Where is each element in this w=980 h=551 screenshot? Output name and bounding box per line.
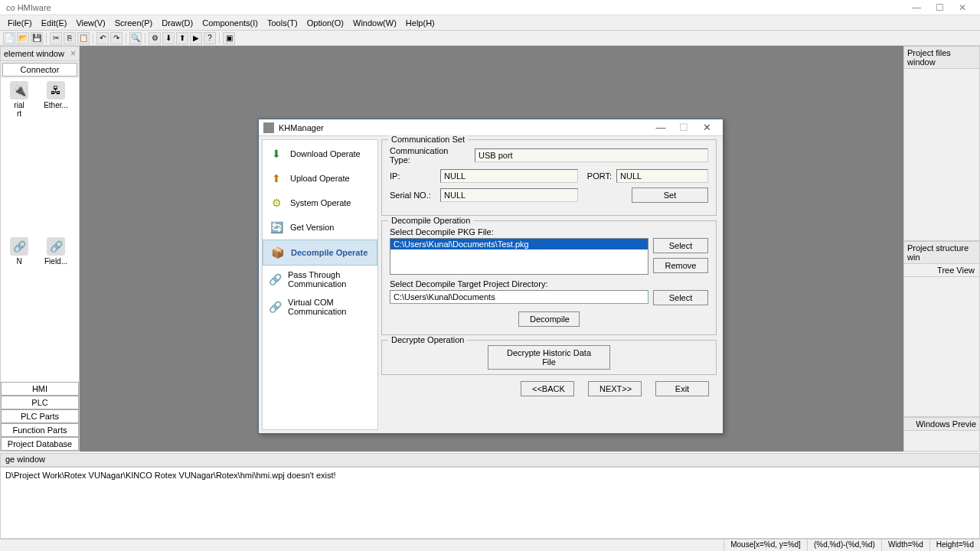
toolbar-cut-icon[interactable]: ✂ <box>50 32 62 44</box>
menu-option[interactable]: Option(O) <box>302 17 348 29</box>
decompile-button[interactable]: Decompile <box>518 311 580 327</box>
project-files-header: Project files window <box>904 47 979 69</box>
toolbar-upload-icon[interactable]: ⬆ <box>176 32 188 44</box>
menu-components[interactable]: Components(I) <box>198 17 263 29</box>
windows-preview-title: Windows Previe <box>916 419 976 429</box>
target-dir-label: Select Decompile Target Project Director… <box>390 279 708 289</box>
decompile-icon: 📦 <box>270 245 285 260</box>
toolbar-sim-icon[interactable]: ▶ <box>190 32 202 44</box>
toolbar-separator <box>219 33 220 44</box>
toolbar-help-icon[interactable]: ? <box>204 32 216 44</box>
next-button[interactable]: NEXT>> <box>588 381 642 396</box>
set-button[interactable]: Set <box>632 187 708 203</box>
nav-get-version[interactable]: 🔄 Get Version <box>263 215 377 240</box>
toolbar-extra-icon[interactable]: ▣ <box>223 32 235 44</box>
menu-draw[interactable]: Draw(D) <box>157 17 198 29</box>
toolbar-redo-icon[interactable]: ↷ <box>110 32 122 44</box>
panel-close-icon[interactable]: × <box>70 48 76 59</box>
serial-label: Serial NO.: <box>390 191 436 200</box>
nav-upload-operate[interactable]: ⬆ Upload Operate <box>263 166 377 191</box>
dialog-bottom-buttons: <<BACK NEXT>> Exit <box>381 380 717 396</box>
nav-pass-through[interactable]: 🔗 Pass Through Communication <box>263 266 377 293</box>
nav-upload-label: Upload Operate <box>290 174 350 183</box>
category-hmi[interactable]: HMI <box>1 382 79 396</box>
dialog-nav: ⬇ Download Operate ⬆ Upload Operate ⚙ Sy… <box>262 139 378 430</box>
toolbar-find-icon[interactable]: 🔍 <box>129 32 142 44</box>
project-structure-panel: Project structure win Tree View <box>903 241 980 417</box>
dialog-content: Communication Set Communication Type: US… <box>381 136 723 433</box>
toolbar-paste-icon[interactable]: 📋 <box>77 32 90 44</box>
dialog-titlebar[interactable]: KHManager — ☐ ✕ <box>259 119 723 136</box>
pkg-file-selected[interactable]: C:\Users\Kunal\Documents\Test.pkg <box>390 239 648 249</box>
minimize-button[interactable]: — <box>905 2 928 13</box>
decrypt-button[interactable]: Decrypte Historic Data File <box>488 345 610 370</box>
download-icon: ⬇ <box>269 146 284 161</box>
back-button[interactable]: <<BACK <box>521 381 574 396</box>
toolbar-undo-icon[interactable]: ↶ <box>96 32 109 44</box>
nav-decompile-operate[interactable]: 📦 Decompile Operate <box>263 240 377 266</box>
windows-preview-header: Windows Previe <box>904 418 979 431</box>
ip-value: NULL <box>440 169 578 183</box>
toolbar-save-icon[interactable]: 💾 <box>31 32 43 44</box>
connector-serial-label2: rt <box>4 109 34 118</box>
category-plcparts[interactable]: PLC Parts <box>1 409 79 423</box>
decompile-legend: Decompile Operation <box>388 216 473 225</box>
category-plc[interactable]: PLC <box>1 396 79 409</box>
menu-file[interactable]: File(F) <box>3 17 37 29</box>
nav-getver-label: Get Version <box>290 223 334 232</box>
toolbar-download-icon[interactable]: ⬇ <box>162 32 175 44</box>
windows-preview-panel: Windows Previe <box>903 417 980 452</box>
toolbar-separator <box>145 33 145 44</box>
connector-tab[interactable]: Connector <box>2 63 77 77</box>
category-funcparts[interactable]: Function Parts <box>1 423 79 437</box>
connector-n[interactable]: 🔗 N <box>4 237 34 379</box>
pkg-remove-button[interactable]: Remove <box>653 258 708 273</box>
dialog-close-button[interactable]: ✕ <box>695 122 718 133</box>
dir-select-button[interactable]: Select <box>653 290 708 305</box>
connector-field[interactable]: 🔗 Field... <box>41 237 71 379</box>
nav-decompile-label: Decompile Operate <box>291 248 368 257</box>
target-dir-input[interactable] <box>390 290 648 304</box>
menu-screen[interactable]: Screen(P) <box>110 17 158 29</box>
menubar: File(F) Edit(E) View(V) Screen(P) Draw(D… <box>0 15 980 31</box>
connector-ethernet[interactable]: 🖧 Ether... <box>41 81 71 231</box>
dialog-minimize-button[interactable]: — <box>649 122 672 133</box>
message-window-title: ge window <box>5 455 45 464</box>
exit-button[interactable]: Exit <box>655 381 709 396</box>
toolbar-new-icon[interactable]: 📄 <box>3 32 15 44</box>
toolbar-copy-icon[interactable]: ⎘ <box>64 32 76 44</box>
toolbar-separator <box>93 33 93 44</box>
version-icon: 🔄 <box>269 220 284 235</box>
nav-download-operate[interactable]: ⬇ Download Operate <box>263 142 377 166</box>
dialog-icon <box>263 122 274 133</box>
passthrough-icon: 🔗 <box>269 272 282 287</box>
element-window-panel: element window × Connector 🔌 rial rt 🖧 E… <box>0 46 80 452</box>
menu-help[interactable]: Help(H) <box>401 17 439 29</box>
connector-ether-label: Ether... <box>41 101 71 109</box>
menu-view[interactable]: View(V) <box>71 17 109 29</box>
connector-list: 🔌 rial rt 🖧 Ether... 🔗 N 🔗 Field... <box>1 78 79 382</box>
nav-virtual-com[interactable]: 🔗 Virtual COM Communication <box>263 293 377 321</box>
pkg-file-label: Select Decompile PKG File: <box>390 227 708 236</box>
maximize-button[interactable]: ☐ <box>928 2 951 13</box>
category-projdb[interactable]: Project Database <box>1 437 79 451</box>
close-button[interactable]: ✕ <box>951 2 974 13</box>
statusbar: Mouse[x=%d, y=%d] (%d,%d)-(%d,%d) Width=… <box>0 539 980 551</box>
nav-system-operate[interactable]: ⚙ System Operate <box>263 191 377 215</box>
pkg-file-list[interactable]: C:\Users\Kunal\Documents\Test.pkg <box>390 238 648 275</box>
menu-tools[interactable]: Tools(T) <box>263 17 302 29</box>
system-icon: ⚙ <box>269 195 284 210</box>
menu-window[interactable]: Window(W) <box>348 17 401 29</box>
port-value: NULL <box>616 169 708 183</box>
status-width: Width=%d <box>881 540 929 551</box>
comm-type-value: USB port <box>475 148 708 162</box>
menu-edit[interactable]: Edit(E) <box>37 17 72 29</box>
tree-view-tab[interactable]: Tree View <box>904 264 979 277</box>
app-title: co HMIware <box>6 3 905 12</box>
nav-download-label: Download Operate <box>290 149 361 158</box>
connector-field-label: Field... <box>41 257 71 266</box>
toolbar-compile-icon[interactable]: ⚙ <box>149 32 161 44</box>
toolbar-open-icon[interactable]: 📂 <box>17 32 29 44</box>
connector-serial[interactable]: 🔌 rial rt <box>4 81 34 231</box>
pkg-select-button[interactable]: Select <box>653 238 708 253</box>
